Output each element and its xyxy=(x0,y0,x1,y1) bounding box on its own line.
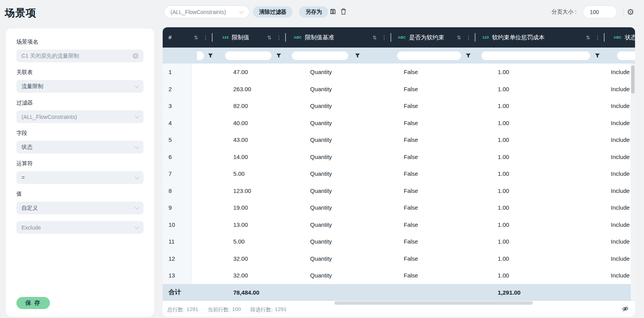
related-table-select[interactable]: 流量限制 xyxy=(16,80,144,93)
vertical-scrollbar-thumb[interactable] xyxy=(631,65,635,94)
chevron-down-icon xyxy=(239,9,243,13)
cell-limit-basis: Quantity xyxy=(286,136,391,143)
table-row[interactable]: 1332.00QuantityFalse1.00Include xyxy=(163,267,635,284)
table-row[interactable]: 543.00QuantityFalse1.00Include xyxy=(163,131,635,148)
table-row[interactable]: 1013.00QuantityFalse1.00Include xyxy=(163,216,635,233)
type-badge: 123 xyxy=(483,35,489,39)
row-number: 2 xyxy=(163,81,192,98)
value-select-value: 自定义 xyxy=(21,205,38,212)
value-select-label: 值 xyxy=(16,191,144,198)
sort-icon[interactable]: ⇅ xyxy=(194,35,198,41)
table-row[interactable]: 440.00QuantityFalse1.00Include xyxy=(163,115,635,132)
type-badge: 123 xyxy=(222,35,229,39)
kebab-menu-icon[interactable]: ⋮ xyxy=(203,34,208,41)
scenario-item-panel: 场景项名C1 关闭原先的流量限制✕关联表流量限制过滤器(ALL_FlowCons… xyxy=(6,28,154,316)
column-divider xyxy=(475,33,475,42)
kebab-menu-icon[interactable]: ⋮ xyxy=(595,34,600,41)
table-row[interactable]: 614.00QuantityFalse1.00Include xyxy=(163,148,635,166)
column-header-is-soft-constraint[interactable]: ABC是否为软约束⇅⋮ xyxy=(391,27,475,48)
value-select[interactable]: 自定义 xyxy=(16,201,144,214)
row-number: 8 xyxy=(163,182,192,200)
operator-select[interactable]: = xyxy=(16,171,144,184)
page-size-value: 100 xyxy=(590,9,599,15)
vertical-scrollbar-track[interactable] xyxy=(631,64,635,300)
scenario-name-input-value: C1 关闭原先的流量限制 xyxy=(21,53,79,60)
chevron-down-icon xyxy=(135,114,139,118)
cell-limit-basis: Quantity xyxy=(286,154,391,160)
clear-filter-button[interactable]: 清除过滤器 xyxy=(253,6,293,18)
sort-icon[interactable]: ⇅ xyxy=(586,35,590,41)
total-soft-penalty-cost: 1,291.00 xyxy=(475,289,605,296)
row-number-cell: 13 xyxy=(163,267,213,284)
gear-icon[interactable]: ⚙ xyxy=(627,6,634,18)
funnel-filter-icon[interactable] xyxy=(595,53,600,58)
chevron-down-icon xyxy=(135,83,139,88)
eye-off-icon[interactable] xyxy=(622,306,629,312)
save-button[interactable]: 保 存 xyxy=(16,297,50,309)
cell-limit-value: 19.00 xyxy=(213,204,286,211)
cell-limit-value: 5.00 xyxy=(213,170,286,177)
table-row[interactable]: 382.00QuantityFalse1.00Include xyxy=(163,97,635,115)
cell-limit-basis: Quantity xyxy=(286,272,391,279)
column-filter-input[interactable] xyxy=(292,51,348,60)
kebab-menu-icon[interactable]: ⋮ xyxy=(276,34,282,41)
table-row[interactable]: 919.00QuantityFalse1.00Include xyxy=(163,199,635,216)
table-row[interactable]: 1232.00QuantityFalse1.00Include xyxy=(163,250,635,267)
table-row[interactable]: 8123.00QuantityFalse1.00Include xyxy=(163,182,635,200)
filtered-rows-value: 1291 xyxy=(275,306,286,313)
chevron-down-icon xyxy=(135,144,139,148)
filter-select[interactable]: (ALL_FlowConstraints) xyxy=(16,110,144,123)
trash-icon[interactable] xyxy=(341,8,346,15)
row-number: 7 xyxy=(163,165,192,182)
field-select-value: 状态 xyxy=(21,144,32,151)
funnel-filter-icon[interactable] xyxy=(355,53,360,58)
page-size-input[interactable]: 100 xyxy=(583,5,617,18)
save-icon[interactable] xyxy=(330,8,336,15)
cell-soft-penalty-cost: 1.00 xyxy=(475,221,605,228)
cell-limit-value: 5.00 xyxy=(213,238,286,245)
sort-icon[interactable]: ⇅ xyxy=(267,35,271,41)
column-title: # xyxy=(169,34,172,41)
kebab-menu-icon[interactable]: ⋮ xyxy=(466,34,471,41)
column-header-status[interactable]: ABC状态 xyxy=(605,27,635,48)
sort-icon[interactable]: ⇅ xyxy=(373,35,377,41)
column-header-limit-basis[interactable]: ABC限制值基准⇅⋮ xyxy=(286,27,391,48)
save-as-button[interactable]: 另存为 xyxy=(299,6,328,18)
column-header-index[interactable]: #⇅⋮ xyxy=(163,27,213,48)
column-divider xyxy=(212,33,213,42)
cell-is-soft-constraint: False xyxy=(391,272,475,279)
field-select[interactable]: 状态 xyxy=(16,141,144,154)
column-divider xyxy=(390,33,391,42)
row-number: 3 xyxy=(163,97,192,115)
row-number-cell: 4 xyxy=(163,115,213,132)
sort-icon[interactable]: ⇅ xyxy=(457,35,461,41)
row-number-cell: 11 xyxy=(163,233,213,250)
horizontal-scrollbar-thumb[interactable] xyxy=(334,301,533,305)
column-filter-input[interactable] xyxy=(481,51,590,60)
scenario-name-input[interactable]: C1 关闭原先的流量限制✕ xyxy=(16,49,144,62)
row-number: 12 xyxy=(163,250,192,267)
column-filter-input[interactable] xyxy=(225,51,271,60)
table-footer: 总行数:1291 当前行数:100 筛选行数:1291 xyxy=(163,301,635,317)
column-filter-input[interactable] xyxy=(197,51,204,60)
column-header-limit-value[interactable]: 123限制值⇅⋮ xyxy=(213,27,286,48)
column-filter-input[interactable] xyxy=(397,51,461,60)
funnel-filter-icon[interactable] xyxy=(276,53,281,58)
clear-circle-icon[interactable]: ✕ xyxy=(133,53,138,59)
table-row[interactable]: 147.00QuantityFalse1.00Include xyxy=(163,64,635,81)
row-number-cell: 3 xyxy=(163,97,213,115)
table-row[interactable]: 115.00QuantityFalse1.00Include xyxy=(163,233,635,250)
table-row[interactable]: 75.00QuantityFalse1.00Include xyxy=(163,165,635,182)
table-filter-select[interactable]: (ALL_FlowConstraints) xyxy=(164,5,250,18)
cell-limit-basis: Quantity xyxy=(286,221,391,228)
column-header-soft-penalty-cost[interactable]: 123软约束单位惩罚成本⇅⋮ xyxy=(475,27,605,48)
value-option-select[interactable]: Exclude xyxy=(16,221,144,234)
table-row[interactable]: 2263.00QuantityFalse1.00Include xyxy=(163,81,635,98)
operator-select-value: = xyxy=(21,175,25,181)
column-filter-input[interactable] xyxy=(617,51,635,60)
funnel-filter-icon[interactable] xyxy=(466,53,471,58)
filter-cell-soft-penalty-cost xyxy=(475,48,605,64)
kebab-menu-icon[interactable]: ⋮ xyxy=(381,34,387,41)
field-select-label: 字段 xyxy=(16,130,144,137)
cell-limit-value: 47.00 xyxy=(213,69,286,75)
